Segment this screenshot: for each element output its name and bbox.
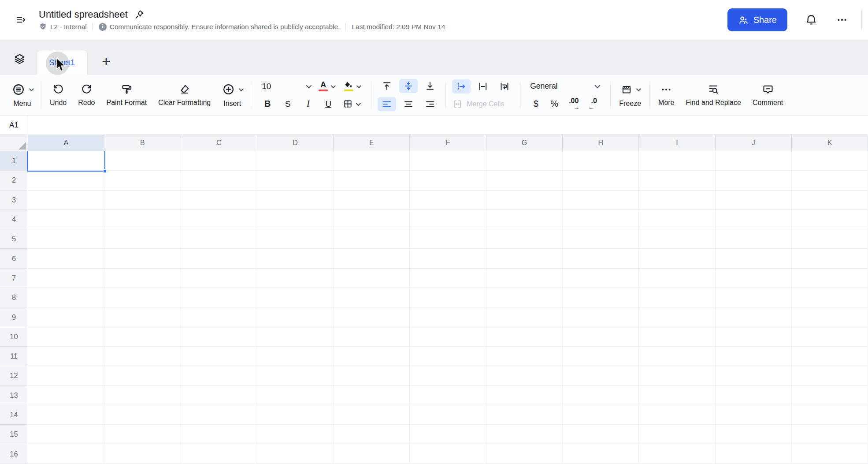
vertical-align-top-button[interactable] [378,79,396,93]
vertical-align-middle-button[interactable] [399,79,418,93]
cell-A5[interactable] [28,229,104,249]
redo-button[interactable]: Redo [72,83,100,107]
column-header-D[interactable]: D [257,135,334,151]
cell-F3[interactable] [410,191,486,210]
row-header-14[interactable]: 14 [0,405,28,425]
find-replace-button[interactable]: Find and Replace [680,84,747,107]
cell-E5[interactable] [334,229,410,249]
cell-D5[interactable] [257,229,334,249]
cell-H10[interactable] [563,327,639,347]
cell-K4[interactable] [792,210,868,229]
borders-button[interactable] [338,97,364,111]
row-header-5[interactable]: 5 [0,229,28,249]
cell-B5[interactable] [104,229,181,249]
cell-J7[interactable] [716,269,792,288]
cell-K5[interactable] [792,229,868,249]
strikethrough-button[interactable]: S [278,97,298,111]
cell-I4[interactable] [639,210,715,229]
cell-F16[interactable] [410,444,486,464]
cell-D9[interactable] [257,307,334,327]
cell-F4[interactable] [410,210,486,229]
vertical-align-bottom-button[interactable] [421,79,439,93]
cell-E11[interactable] [334,347,410,366]
cell-E8[interactable] [334,288,410,307]
cell-G8[interactable] [486,288,563,307]
cell-B1[interactable] [104,151,181,171]
column-header-K[interactable]: K [792,135,868,151]
cell-K9[interactable] [792,307,868,327]
cell-D3[interactable] [257,191,334,210]
column-header-H[interactable]: H [563,135,639,151]
cell-B8[interactable] [104,288,181,307]
text-clip-button[interactable] [474,79,492,94]
cell-K2[interactable] [792,171,868,190]
cell-G2[interactable] [486,171,563,190]
cell-C11[interactable] [181,347,257,366]
row-header-2[interactable]: 2 [0,171,28,190]
cell-D2[interactable] [257,171,334,190]
cell-C10[interactable] [181,327,257,347]
cell-G4[interactable] [486,210,563,229]
row-header-12[interactable]: 12 [0,366,28,385]
cell-E1[interactable] [334,151,410,171]
row-header-3[interactable]: 3 [0,191,28,210]
cell-G9[interactable] [486,307,563,327]
cell-D8[interactable] [257,288,334,307]
cell-C15[interactable] [181,425,257,444]
cell-E15[interactable] [334,425,410,444]
cell-F13[interactable] [410,386,486,405]
column-header-C[interactable]: C [181,135,257,151]
cell-G5[interactable] [486,229,563,249]
cell-G10[interactable] [486,327,563,347]
cell-F1[interactable] [410,151,486,171]
decrease-decimal-button[interactable]: .0 ← [584,97,604,111]
underline-button[interactable]: U [318,97,338,111]
cell-I12[interactable] [639,366,715,385]
row-header-7[interactable]: 7 [0,269,28,288]
document-title[interactable]: Untitled spreadsheet [39,9,128,20]
row-header-11[interactable]: 11 [0,347,28,366]
cell-I6[interactable] [639,249,715,268]
cell-C12[interactable] [181,366,257,385]
cell-E12[interactable] [334,366,410,385]
cell-C5[interactable] [181,229,257,249]
cell-E4[interactable] [334,210,410,229]
cell-A9[interactable] [28,307,104,327]
align-left-button[interactable] [378,97,396,111]
cell-G16[interactable] [486,444,563,464]
cell-E2[interactable] [334,171,410,190]
cell-E16[interactable] [334,444,410,464]
cell-F8[interactable] [410,288,486,307]
cell-F6[interactable] [410,249,486,268]
cell-G11[interactable] [486,347,563,366]
number-format-select[interactable]: General [527,79,601,93]
cell-J2[interactable] [716,171,792,190]
cell-C8[interactable] [181,288,257,307]
cell-J9[interactable] [716,307,792,327]
cell-A13[interactable] [28,386,104,405]
notifications-button[interactable] [802,11,820,29]
cell-J15[interactable] [716,425,792,444]
column-header-J[interactable]: J [716,135,792,151]
cell-D16[interactable] [257,444,334,464]
align-center-button[interactable] [399,97,418,111]
cell-H6[interactable] [563,249,639,268]
cell-K1[interactable] [792,151,868,171]
cell-E7[interactable] [334,269,410,288]
cell-F7[interactable] [410,269,486,288]
cell-I15[interactable] [639,425,715,444]
cell-H5[interactable] [563,229,639,249]
cell-K8[interactable] [792,288,868,307]
row-header-16[interactable]: 16 [0,444,28,464]
more-button[interactable]: More [653,84,680,107]
text-wrap-button[interactable] [495,79,514,94]
percent-button[interactable]: % [545,97,564,111]
cell-B6[interactable] [104,249,181,268]
cell-A1[interactable] [28,151,104,171]
add-sheet-button[interactable]: + [95,50,118,75]
cell-C3[interactable] [181,191,257,210]
cell-K6[interactable] [792,249,868,268]
cell-D7[interactable] [257,269,334,288]
cell-F15[interactable] [410,425,486,444]
cell-B16[interactable] [104,444,181,464]
